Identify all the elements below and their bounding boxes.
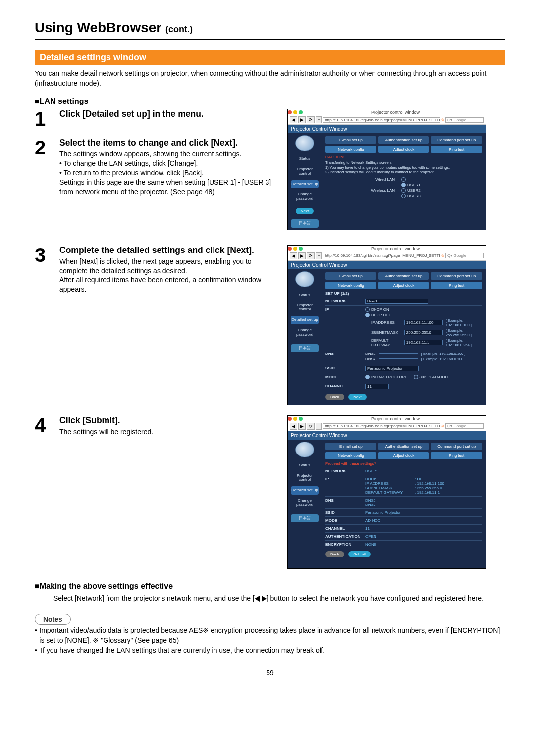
search-box[interactable]: Q▾ Google	[445, 253, 484, 258]
network-label: NETWORK	[325, 469, 365, 473]
encryption-label: ENCRYPTION	[325, 542, 365, 547]
ssid-label: SSID	[325, 366, 365, 370]
home-icon[interactable]: +	[316, 252, 322, 259]
sidebar-status[interactable]: Status	[291, 461, 319, 470]
nav-back-icon[interactable]: ◀	[290, 423, 297, 430]
tab-email[interactable]: E-mail set up	[325, 136, 376, 144]
tab-auth[interactable]: Authentication set up	[378, 272, 429, 280]
search-box[interactable]: Q▾ Google	[445, 117, 484, 123]
sidebar-change-password[interactable]: Change password	[291, 497, 319, 509]
tab-network-config[interactable]: Network config	[325, 146, 376, 153]
ssid-input[interactable]: Panasonic Projector	[365, 366, 419, 371]
nav-fwd-icon[interactable]: ▶	[298, 116, 306, 123]
effective-body: Select [Network] from the projector's ne…	[54, 594, 505, 604]
url-bar[interactable]: http://10.69.104.183/cgi-bin/main.cgi?pa…	[323, 117, 440, 123]
projector-icon	[295, 442, 314, 457]
right-arrow-icon	[262, 596, 267, 602]
search-box[interactable]: Q▾ Google	[445, 423, 484, 429]
ip-label: IP	[325, 477, 365, 481]
tab-ping-test[interactable]: Ping test	[431, 146, 482, 153]
sidebar-japanese[interactable]: 日本語	[291, 219, 319, 228]
back-button[interactable]: Back	[325, 551, 344, 557]
adhoc-radio[interactable]	[414, 375, 418, 379]
tab-command-port[interactable]: Command port set up	[431, 136, 482, 144]
channel-select[interactable]: 11	[365, 384, 389, 389]
sidebar-detailed-setup[interactable]: Detailed set up	[291, 316, 319, 324]
infrastructure-radio[interactable]	[365, 375, 370, 379]
url-bar[interactable]: http://10.69.104.183/cgi-bin/main.cgi?pa…	[323, 253, 440, 258]
next-button[interactable]: Next	[296, 208, 314, 214]
auth-label: AUTHENTICATION	[325, 534, 365, 539]
home-icon[interactable]: +	[316, 423, 322, 430]
step-number: 1	[35, 109, 59, 129]
sidebar-status[interactable]: Status	[291, 155, 319, 163]
wireless-lan-label: Wireless LAN	[355, 188, 395, 193]
step-body: The settings will be registered.	[59, 427, 277, 437]
title-rule	[35, 39, 505, 40]
page-title: Using WebBrowser (cont.)	[35, 20, 505, 36]
network-select[interactable]: User1	[365, 299, 428, 304]
sidebar-japanese[interactable]: 日本語	[291, 344, 319, 353]
sidebar-japanese[interactable]: 日本語	[291, 514, 319, 523]
tab-ping-test[interactable]: Ping test	[431, 452, 482, 459]
caution-label: CAUTION!	[325, 155, 482, 159]
tab-network-config[interactable]: Network config	[325, 452, 376, 459]
network-label: NETWORK	[325, 299, 365, 303]
sidebar-detailed-setup[interactable]: Detailed set up	[291, 486, 319, 495]
tab-email[interactable]: E-mail set up	[325, 272, 376, 280]
sidebar-detailed-setup[interactable]: Detailed set up	[291, 180, 319, 189]
reload-icon[interactable]: ⟳	[307, 116, 315, 123]
reload-icon[interactable]: ⟳	[307, 252, 315, 259]
step-body: The settings window appears, showing the…	[59, 150, 277, 196]
nav-fwd-icon[interactable]: ▶	[298, 423, 306, 430]
gateway-input[interactable]: 192.168.11.1	[404, 340, 443, 345]
sidebar-projector-control[interactable]: Projector control	[291, 165, 319, 178]
tab-adjust-clock[interactable]: Adjust clock	[378, 282, 429, 289]
tab-ping-test[interactable]: Ping test	[431, 282, 482, 289]
back-button[interactable]: Back	[325, 394, 344, 400]
lan-settings-heading: ■LAN settings	[35, 97, 505, 106]
dns2-input[interactable]	[379, 358, 418, 359]
reload-icon[interactable]: ⟳	[307, 423, 315, 430]
dhcp-off-radio[interactable]	[365, 313, 370, 317]
tab-email[interactable]: E-mail set up	[325, 443, 376, 450]
tab-adjust-clock[interactable]: Adjust clock	[378, 452, 429, 459]
tab-auth[interactable]: Authentication set up	[378, 136, 429, 144]
mode-label: MODE	[325, 518, 365, 523]
nav-fwd-icon[interactable]: ▶	[298, 252, 306, 259]
sidebar-change-password[interactable]: Change password	[291, 190, 319, 203]
url-bar[interactable]: http://10.69.104.183/cgi-bin/main.cgi?pa…	[323, 423, 440, 429]
tab-command-port[interactable]: Command port set up	[431, 443, 482, 450]
sidebar-change-password[interactable]: Change password	[291, 326, 319, 339]
user2-radio[interactable]	[401, 188, 406, 193]
dns1-input[interactable]	[379, 353, 418, 354]
step-title: Select the items to change and click [Ne…	[59, 138, 277, 149]
mode-label: MODE	[325, 375, 365, 379]
sidebar-projector-control[interactable]: Projector control	[291, 472, 319, 485]
page-number: 59	[35, 669, 505, 677]
wired-lan-radio[interactable]	[401, 177, 406, 182]
intro-text: You can make detail network settings on …	[35, 69, 505, 88]
sidebar-projector-control[interactable]: Projector control	[291, 302, 319, 314]
window-header: Projector Control Window	[288, 261, 486, 269]
user3-radio[interactable]	[401, 194, 406, 198]
next-button[interactable]: Next	[348, 394, 366, 400]
home-icon[interactable]: +	[316, 116, 322, 123]
tab-adjust-clock[interactable]: Adjust clock	[378, 146, 429, 153]
dns-label: DNS	[325, 352, 365, 356]
ip-address-input[interactable]: 192.168.11.100	[404, 320, 443, 325]
step-number: 4	[35, 415, 59, 435]
wired-lan-label: Wired LAN	[355, 177, 395, 182]
tab-auth[interactable]: Authentication set up	[378, 443, 429, 450]
section-banner: Detailed settings window	[35, 50, 505, 65]
sidebar-status[interactable]: Status	[291, 291, 319, 300]
nav-back-icon[interactable]: ◀	[290, 252, 297, 259]
tab-network-config[interactable]: Network config	[325, 282, 376, 289]
subnet-input[interactable]: 255.255.255.0	[404, 330, 443, 335]
step-number: 3	[35, 245, 59, 265]
nav-back-icon[interactable]: ◀	[290, 116, 297, 123]
user1-radio[interactable]	[401, 183, 406, 187]
dhcp-on-radio[interactable]	[365, 307, 370, 312]
tab-command-port[interactable]: Command port set up	[431, 272, 482, 280]
submit-button[interactable]: Submit	[348, 551, 371, 557]
